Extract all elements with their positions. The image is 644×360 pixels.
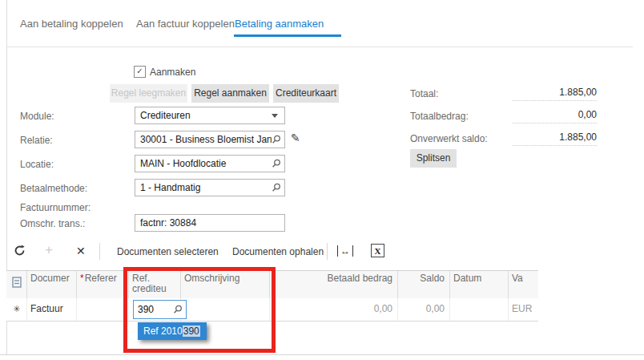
crediteurkaart-button[interactable]: Crediteurkaart bbox=[273, 84, 339, 103]
column-header-referentie-label: Referer bbox=[85, 273, 117, 284]
relatie-lookup[interactable]: 30001 - Business Bloemist Jan bbox=[135, 131, 285, 148]
cell-omschrijving[interactable] bbox=[181, 298, 270, 321]
factuurnummer-label: Factuurnummer: bbox=[20, 202, 91, 213]
betaalmethode-lookup[interactable]: 1 - Handmatig bbox=[135, 179, 285, 196]
fit-width-icon[interactable]: ↔ bbox=[337, 245, 353, 257]
column-header-document[interactable]: Documer bbox=[27, 271, 77, 298]
excel-x-glyph: X bbox=[375, 246, 381, 256]
regel-leegmaken-button[interactable]: Regel leegmaken bbox=[110, 84, 187, 103]
panel-bottom-border bbox=[0, 354, 644, 355]
betaalmethode-value: 1 - Handmatig bbox=[140, 182, 272, 193]
search-icon[interactable] bbox=[272, 135, 281, 144]
delete-row-icon[interactable]: ✕ bbox=[76, 245, 86, 257]
edit-pencil-icon[interactable]: ✎ bbox=[291, 131, 300, 144]
tabs-divider bbox=[6, 47, 633, 47]
aanmaken-checkbox-label: Aanmaken bbox=[150, 67, 195, 78]
column-header-saldo[interactable]: Saldo bbox=[398, 271, 450, 298]
betaling-aanmaken-screen: Aan betaling koppelen Aan factuur koppel… bbox=[0, 0, 644, 360]
onverwerkt-saldo-label: Onverwerkt saldo: bbox=[410, 133, 488, 144]
regel-aanmaken-button[interactable]: Regel aanmaken bbox=[191, 84, 269, 103]
tab-aan-factuur-koppelen[interactable]: Aan factuur koppelen bbox=[136, 18, 235, 30]
locatie-value: MAIN - Hoofdlocatie bbox=[140, 158, 272, 169]
column-header-betaald-bedrag[interactable]: Betaald bedrag bbox=[270, 271, 398, 298]
aanmaken-checkbox[interactable]: ✓ bbox=[134, 66, 146, 78]
totaalbedrag-label: Totaalbedrag: bbox=[410, 111, 469, 122]
new-row-marker-icon: ✳ bbox=[6, 298, 27, 321]
locatie-label: Locatie: bbox=[20, 159, 54, 170]
documenten-ophalen-button[interactable]: Documenten ophalen bbox=[232, 246, 324, 257]
cell-datum[interactable] bbox=[450, 298, 509, 321]
totaal-label: Totaal: bbox=[410, 88, 438, 99]
required-marker: * bbox=[80, 273, 84, 284]
column-header-datum[interactable]: Datum bbox=[450, 271, 509, 298]
locatie-lookup[interactable]: MAIN - Hoofdlocatie bbox=[135, 155, 285, 172]
chevron-down-icon[interactable] bbox=[272, 114, 278, 118]
relatie-value: 30001 - Business Bloemist Jan bbox=[140, 134, 272, 145]
toolbar-separator bbox=[327, 243, 328, 260]
search-icon[interactable] bbox=[173, 305, 183, 314]
omschr-trans-label: Omschr. trans.: bbox=[20, 218, 85, 229]
module-value: Crediteuren bbox=[140, 110, 272, 121]
ref-crediteur-cell-editor[interactable]: 390 bbox=[133, 300, 187, 319]
module-label: Module: bbox=[20, 111, 54, 122]
column-header-valuta[interactable]: Va bbox=[509, 271, 538, 298]
table-row[interactable]: ✳ Factuur 0,00 0,00 EUR bbox=[6, 298, 538, 322]
cell-referentie[interactable] bbox=[77, 298, 129, 321]
cell-document[interactable]: Factuur bbox=[27, 298, 77, 321]
refresh-icon[interactable] bbox=[14, 245, 26, 257]
column-header-referentie[interactable]: *Referer bbox=[77, 271, 129, 298]
relatie-label: Relatie: bbox=[20, 135, 53, 146]
autocomplete-highlight: 390 bbox=[183, 326, 200, 337]
grid-header: Documer *Referer Ref. crediteu Omschrijv… bbox=[6, 270, 538, 299]
checkmark-icon: ✓ bbox=[136, 67, 143, 75]
cell-betaald-bedrag[interactable]: 0,00 bbox=[270, 298, 398, 321]
documenten-selecteren-button[interactable]: Documenten selecteren bbox=[117, 246, 219, 257]
add-row-icon[interactable]: + bbox=[45, 242, 53, 258]
totaalbedrag-value: 0,00 bbox=[513, 109, 597, 123]
active-tab-underline bbox=[234, 34, 341, 37]
omschr-trans-value: factnr: 30884 bbox=[140, 217, 284, 229]
onverwerkt-saldo-value: 1.885,00 bbox=[513, 131, 597, 146]
autocomplete-text: Ref 2010 bbox=[143, 326, 183, 337]
column-header-omschrijving[interactable]: Omschrijving bbox=[181, 271, 270, 298]
autocomplete-suggestion[interactable]: Ref 2010390 bbox=[138, 322, 207, 340]
cell-valuta[interactable]: EUR bbox=[509, 298, 538, 321]
tab-betaling-aanmaken[interactable]: Betaling aanmaken bbox=[235, 18, 324, 30]
export-excel-icon[interactable]: X bbox=[371, 244, 384, 257]
search-icon[interactable] bbox=[272, 159, 281, 168]
omschr-trans-input[interactable]: factnr: 30884 bbox=[135, 214, 285, 232]
grid-settings-icon[interactable] bbox=[12, 277, 22, 288]
grid-settings-header-cell[interactable] bbox=[6, 271, 27, 298]
betaalmethode-label: Betaalmethode: bbox=[20, 183, 87, 194]
cell-saldo[interactable]: 0,00 bbox=[398, 298, 450, 321]
column-header-ref-crediteur[interactable]: Ref. crediteu bbox=[129, 271, 181, 298]
module-combo[interactable]: Crediteuren bbox=[135, 107, 285, 124]
totaal-value: 1.885,00 bbox=[513, 87, 597, 101]
toolbar-separator bbox=[99, 243, 100, 260]
search-icon[interactable] bbox=[272, 183, 281, 192]
tab-aan-betaling-koppelen[interactable]: Aan betaling koppelen bbox=[20, 18, 123, 30]
ref-crediteur-editor-value: 390 bbox=[134, 304, 173, 315]
splitsen-button[interactable]: Splitsen bbox=[410, 149, 457, 168]
